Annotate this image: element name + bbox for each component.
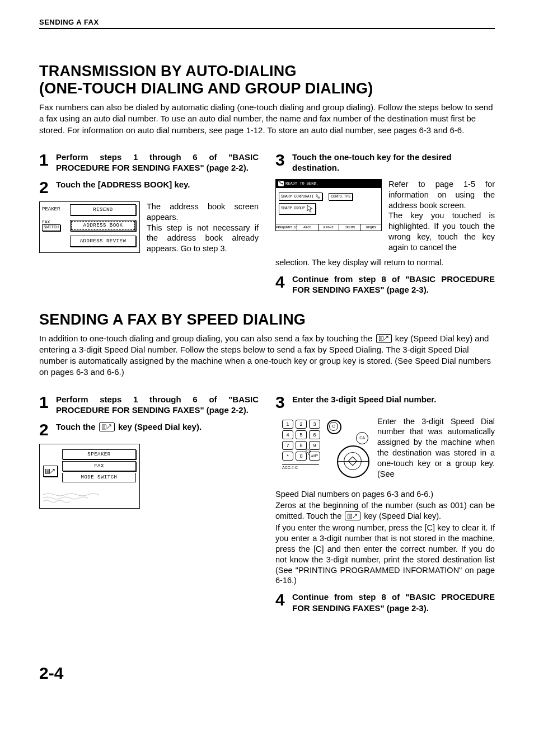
figure-keypad: 1 2 3 4 5 6 7 8 [275, 416, 371, 485]
section2-intro: In addition to one-touch dialing and gro… [39, 333, 495, 378]
step-number: 1 [39, 152, 51, 168]
keypad-acc-label: ACC.#-C [282, 464, 319, 469]
fax-button: FAX [62, 461, 136, 471]
section1-intro: Fax numbers can also be dialed by automa… [39, 102, 495, 136]
tab-jklmn: JKLMN [339, 224, 360, 231]
step2-heading: Touch the [ADDRESS BOOK] key. [56, 179, 190, 190]
step-number: 3 [275, 152, 288, 168]
step3-description-right: Refer to page 1-5 for information on usi… [388, 179, 495, 253]
step2-description: The address book screen appears. This st… [147, 201, 259, 254]
tab-efghi: EFGHI [318, 224, 340, 231]
section1-title-line1: TRANSMISSION BY AUTO-DIALING [39, 63, 297, 79]
sec2-step3-desc-p2: Speed Dial numbers on pages 6-3 and 6-6.… [275, 489, 495, 500]
figure-touch-panel: READY TO SEND. SHARP CORPORATI CORPO.TPS [275, 179, 382, 231]
one-touch-key-sharp-group: SHARP GROUP [279, 203, 316, 214]
fig2-tabs: FREQUENT USE ABCD EFGHI JKLMN OPQRS [276, 224, 381, 231]
tab-opqrs: OPQRS [360, 224, 381, 231]
sec2-step1-heading: Perform steps 1 through 6 of "BASIC PROC… [56, 394, 259, 416]
diamond-icon [348, 456, 358, 466]
cursor-icon [306, 448, 312, 456]
step1-heading: Perform steps 1 through 6 of "BASIC PROC… [56, 152, 259, 173]
keypad-8: 8 [296, 441, 307, 450]
keypad-1: 1 [282, 420, 293, 429]
step3-heading: Touch the one-touch key for the desired … [292, 152, 495, 173]
step-number: 4 [275, 274, 288, 290]
one-touch-key-corpo-tps: CORPO.TPS [329, 193, 353, 200]
keypad-0: 0 [296, 452, 307, 461]
phone-mini-icon [316, 194, 320, 199]
keypad-2: 2 [296, 420, 307, 429]
address-book-button: ADDRESS BOOK [70, 220, 136, 231]
speed-dial-icon [99, 422, 115, 431]
fig1-label-peaker: PEAKER [42, 207, 69, 212]
address-review-button: ADDRESS REVIEW [70, 236, 136, 247]
tab-abcd: ABCD [297, 224, 318, 231]
section1-title: TRANSMISSION BY AUTO-DIALING (ONE-TOUCH … [39, 63, 495, 97]
phone-icon [278, 181, 284, 186]
header-section-label: SENDING A FAX [39, 18, 99, 26]
step-number: 2 [39, 179, 51, 196]
keypad-4: 4 [282, 430, 293, 439]
clear-all-button: CA [356, 432, 368, 444]
mode-switch-button: MODE SWITCH [62, 473, 136, 482]
page-number: 2-4 [39, 664, 495, 683]
step4-heading: Continue from step 8 of "BASIC PROCEDURE… [292, 274, 495, 295]
speed-dial-icon [345, 511, 360, 520]
step-number: 1 [39, 394, 51, 411]
figure-address-book-panel: PEAKER RESEND FAX SWITCH ADDRESS BOOK [39, 201, 140, 253]
keypad-6: 6 [309, 430, 320, 439]
cursor-icon [307, 205, 313, 213]
sec2-step2-heading: Touch the key (Speed Dial key). [56, 421, 202, 433]
section2-title: SENDING A FAX BY SPEED DIALING [39, 311, 495, 328]
step3-description-continued: selection. The key display will return t… [275, 257, 495, 268]
sec2-step3-desc-p3: Zeros at the beginning of the number (su… [275, 500, 495, 522]
keypad-5: 5 [296, 430, 307, 439]
keypad-7: 7 [282, 441, 293, 450]
figure-mode-switch-panel: SPEAKER FAX MODE SWITCH [39, 444, 140, 509]
keypad-3: 3 [309, 420, 320, 429]
section1-title-line2: (ONE-TOUCH DIALING AND GROUP DIALING) [39, 80, 373, 97]
step-number: 2 [39, 421, 51, 438]
step-number: 4 [275, 591, 288, 608]
fig1-fax-switch: FAX SWITCH [42, 220, 69, 231]
sec2-step4-heading: Continue from step 8 of "BASIC PROCEDURE… [292, 591, 495, 613]
sec2-step3-desc-right: Enter the 3-digit Speed Dial number that… [377, 416, 495, 485]
page-header: SENDING A FAX [39, 17, 495, 29]
speed-dial-key [43, 466, 58, 477]
speaker-button: SPEAKER [62, 449, 136, 459]
clear-button: C [329, 422, 338, 431]
keypad-star: * [282, 452, 293, 461]
resend-button: RESEND [70, 204, 136, 215]
fig2-ready-label: READY TO SEND. [285, 181, 318, 186]
decorative-scribble [43, 492, 99, 505]
one-touch-key-sharp-corp: SHARP CORPORATI [279, 192, 322, 200]
tab-frequent-use: FREQUENT USE [276, 224, 297, 231]
step-number: 3 [275, 394, 288, 411]
start-button [344, 452, 362, 470]
speed-dial-icon [376, 334, 392, 343]
sec2-step3-heading: Enter the 3-digit Speed Dial number. [292, 394, 437, 405]
sec2-step3-desc-p4: If you enter the wrong number, press the… [275, 523, 495, 586]
